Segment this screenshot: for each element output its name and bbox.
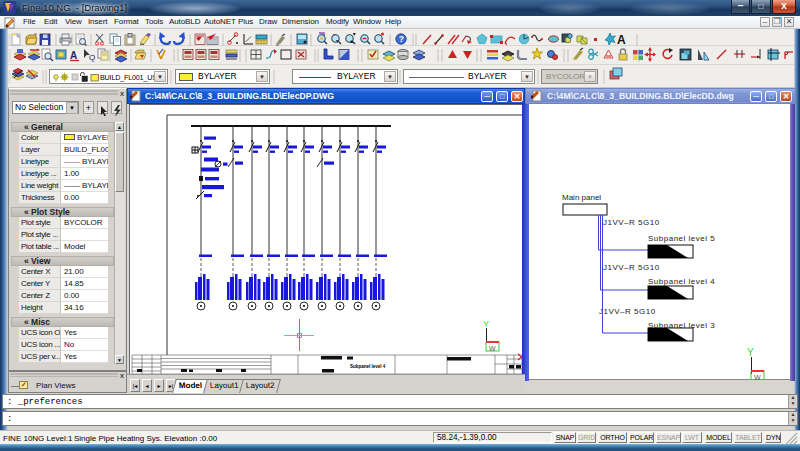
svg-text:Subpanel level 5: Subpanel level 5 bbox=[648, 234, 715, 243]
svg-text:Y: Y bbox=[483, 319, 489, 329]
svg-text:J1VV–R 5G10: J1VV–R 5G10 bbox=[599, 307, 656, 316]
svg-text:A: A bbox=[617, 33, 626, 47]
svg-text:W: W bbox=[754, 374, 761, 380]
svg-text:A: A bbox=[70, 50, 77, 61]
svg-text:Subpanel level 4: Subpanel level 4 bbox=[648, 277, 715, 286]
svg-text:Subpanel level 4: Subpanel level 4 bbox=[350, 364, 386, 369]
svg-text:Main panel: Main panel bbox=[562, 193, 601, 202]
svg-text:J1VV–R 5G10: J1VV–R 5G10 bbox=[603, 263, 660, 272]
svg-text:?: ? bbox=[399, 34, 404, 44]
svg-text:J1VV–R 5G10: J1VV–R 5G10 bbox=[603, 218, 660, 227]
svg-text:Q: Q bbox=[89, 53, 95, 62]
svg-text:Y: Y bbox=[747, 347, 754, 358]
svg-text:W: W bbox=[489, 345, 496, 352]
